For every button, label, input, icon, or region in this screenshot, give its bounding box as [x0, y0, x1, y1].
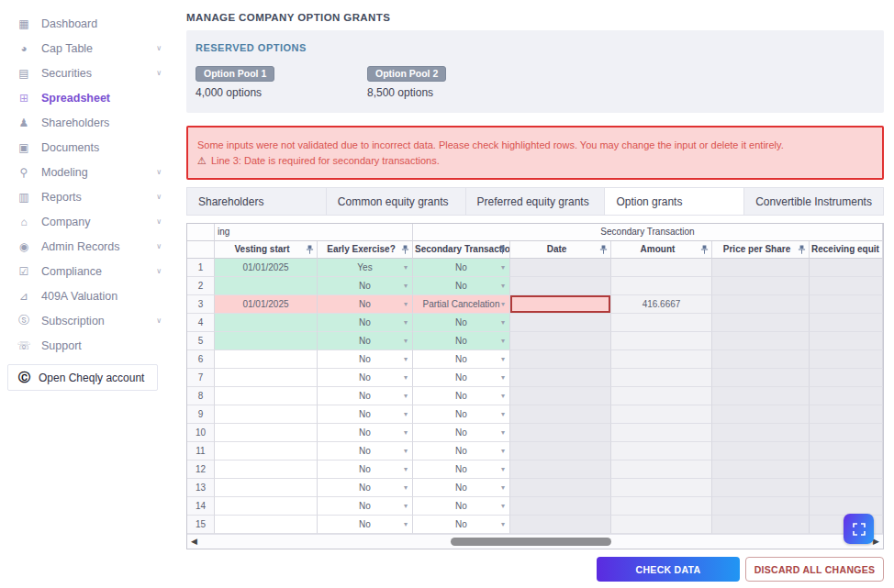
- cell-early-exercise[interactable]: No▾: [318, 424, 413, 442]
- cell-price-per-share[interactable]: [712, 479, 810, 497]
- dropdown-caret-icon[interactable]: ▾: [404, 497, 408, 515]
- dropdown-caret-icon[interactable]: ▾: [404, 387, 408, 405]
- dropdown-caret-icon[interactable]: ▾: [501, 479, 505, 496]
- cell-receiving-equity[interactable]: [810, 479, 883, 497]
- sidebar-item-cap-table[interactable]: ◕Cap Table∨: [0, 36, 174, 61]
- cell-date[interactable]: [510, 497, 611, 516]
- dropdown-caret-icon[interactable]: ▾: [404, 516, 408, 533]
- cell-receiving-equity[interactable]: [810, 369, 883, 387]
- cell-secondary-transaction[interactable]: No▾: [413, 259, 510, 277]
- cell-vesting-start[interactable]: [215, 405, 318, 424]
- cell-price-per-share[interactable]: [712, 460, 810, 479]
- dropdown-caret-icon[interactable]: ▾: [404, 479, 408, 496]
- cell-vesting-start[interactable]: [215, 277, 318, 295]
- cell-date[interactable]: [510, 387, 611, 405]
- cell-early-exercise[interactable]: No▾: [318, 332, 413, 350]
- cell-vesting-start[interactable]: 01/01/2025: [215, 295, 318, 314]
- sidebar-item-securities[interactable]: ▤Securities∨: [0, 61, 174, 85]
- check-data-button[interactable]: CHECK DATA: [597, 557, 740, 582]
- horizontal-scrollbar[interactable]: ◀ ▶: [187, 534, 883, 549]
- cell-date[interactable]: [510, 259, 611, 277]
- cell-early-exercise[interactable]: No▾: [318, 405, 413, 424]
- cell-amount[interactable]: [611, 314, 712, 332]
- cell-receiving-equity[interactable]: [810, 259, 883, 277]
- pin-icon[interactable]: [599, 245, 608, 255]
- cell-amount[interactable]: [611, 369, 712, 387]
- dropdown-caret-icon[interactable]: ▾: [501, 350, 505, 368]
- dropdown-caret-icon[interactable]: ▾: [404, 314, 408, 331]
- dropdown-caret-icon[interactable]: ▾: [404, 332, 408, 349]
- cell-secondary-transaction[interactable]: No▾: [413, 497, 510, 516]
- cell-amount[interactable]: [611, 277, 712, 295]
- dropdown-caret-icon[interactable]: ▾: [404, 442, 408, 460]
- cell-price-per-share[interactable]: [712, 295, 810, 314]
- cell-vesting-start[interactable]: [215, 387, 318, 405]
- cell-date[interactable]: [510, 479, 611, 497]
- dropdown-caret-icon[interactable]: ▾: [404, 460, 408, 478]
- cell-receiving-equity[interactable]: [810, 314, 883, 332]
- dropdown-caret-icon[interactable]: ▾: [404, 277, 408, 294]
- cell-price-per-share[interactable]: [712, 405, 810, 424]
- tab-convertible-instruments[interactable]: Convertible Instruments: [744, 188, 883, 215]
- sidebar-item-subscription[interactable]: ⓢSubscription∨: [0, 308, 174, 333]
- cell-secondary-transaction[interactable]: No▾: [413, 369, 510, 387]
- cell-early-exercise[interactable]: No▾: [318, 277, 413, 295]
- cell-receiving-equity[interactable]: [810, 295, 883, 314]
- cell-secondary-transaction[interactable]: No▾: [413, 516, 510, 534]
- open-cheqly-account-button[interactable]: Ⓒ Open Cheqly account: [7, 364, 158, 391]
- cell-price-per-share[interactable]: [712, 442, 810, 460]
- cell-early-exercise[interactable]: No▾: [318, 369, 413, 387]
- tab-option-grants[interactable]: Option grants: [605, 188, 744, 215]
- cell-vesting-start[interactable]: [215, 460, 318, 479]
- cell-amount[interactable]: [611, 259, 712, 277]
- cell-secondary-transaction[interactable]: No▾: [413, 479, 510, 497]
- sidebar-item-shareholders[interactable]: ♟Shareholders: [0, 110, 174, 135]
- sidebar-item-dashboard[interactable]: ▦Dashboard: [0, 11, 174, 36]
- pin-icon[interactable]: [306, 245, 314, 255]
- pin-icon[interactable]: [401, 245, 409, 255]
- cell-secondary-transaction[interactable]: No▾: [413, 350, 510, 369]
- dropdown-caret-icon[interactable]: ▾: [501, 369, 505, 386]
- dropdown-caret-icon[interactable]: ▾: [501, 516, 505, 533]
- cell-early-exercise[interactable]: No▾: [318, 314, 413, 332]
- cell-early-exercise[interactable]: No▾: [318, 442, 413, 460]
- dropdown-caret-icon[interactable]: ▾: [501, 405, 505, 423]
- cell-vesting-start[interactable]: [215, 424, 318, 442]
- scroll-right-icon[interactable]: ▶: [873, 537, 879, 546]
- cell-date[interactable]: [510, 295, 611, 314]
- dropdown-caret-icon[interactable]: ▾: [404, 405, 408, 423]
- pin-icon[interactable]: [798, 245, 806, 255]
- cell-vesting-start[interactable]: [215, 479, 318, 497]
- dropdown-caret-icon[interactable]: ▾: [501, 424, 505, 441]
- cell-early-exercise[interactable]: No▾: [318, 387, 413, 405]
- dropdown-caret-icon[interactable]: ▾: [501, 442, 505, 460]
- cell-date[interactable]: [510, 277, 611, 295]
- cell-secondary-transaction[interactable]: No▾: [413, 314, 510, 332]
- cell-date[interactable]: [510, 460, 611, 479]
- cell-price-per-share[interactable]: [712, 497, 810, 516]
- sidebar-item-409a-valuation[interactable]: ⊿409A Valuation: [0, 283, 174, 308]
- cell-receiving-equity[interactable]: [810, 497, 883, 516]
- cell-price-per-share[interactable]: [712, 387, 810, 405]
- expand-button[interactable]: [844, 514, 874, 544]
- dropdown-caret-icon[interactable]: ▾: [404, 259, 408, 276]
- pin-icon[interactable]: [498, 245, 507, 255]
- sidebar-item-support[interactable]: ☏Support: [0, 333, 174, 358]
- dropdown-caret-icon[interactable]: ▾: [404, 424, 408, 441]
- dropdown-caret-icon[interactable]: ▾: [501, 387, 505, 405]
- cell-receiving-equity[interactable]: [810, 350, 883, 369]
- cell-amount[interactable]: [611, 460, 712, 479]
- dropdown-caret-icon[interactable]: ▾: [404, 350, 408, 368]
- cell-amount[interactable]: [611, 350, 712, 369]
- cell-secondary-transaction[interactable]: No▾: [413, 424, 510, 442]
- cell-price-per-share[interactable]: [712, 369, 810, 387]
- cell-date[interactable]: [510, 369, 611, 387]
- cell-price-per-share[interactable]: [712, 516, 810, 534]
- cell-receiving-equity[interactable]: [810, 277, 883, 295]
- scroll-left-icon[interactable]: ◀: [191, 537, 197, 546]
- cell-amount[interactable]: [611, 405, 712, 424]
- cell-date[interactable]: [510, 314, 611, 332]
- cell-amount[interactable]: [611, 497, 712, 516]
- dropdown-caret-icon[interactable]: ▾: [501, 259, 505, 276]
- cell-price-per-share[interactable]: [712, 424, 810, 442]
